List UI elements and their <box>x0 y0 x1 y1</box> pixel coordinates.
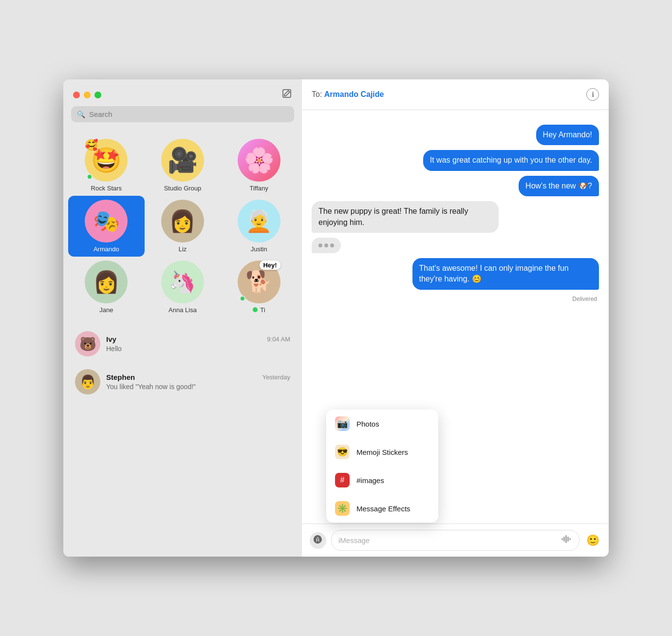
popup-menu: 📷 Photos 😎 Memoji Stickers # #images ✳️ … <box>326 410 438 523</box>
message-row-4: The new puppy is great! The family is re… <box>312 201 599 233</box>
popup-item-photos[interactable]: 📷 Photos <box>326 410 438 438</box>
pinned-item-armando[interactable]: 🎭 Armando <box>68 196 145 257</box>
traffic-lights <box>73 92 101 98</box>
avatar-wrapper-anna-lisa: 🦄 <box>161 261 204 303</box>
pinned-item-liz[interactable]: 👩 Liz <box>145 196 221 257</box>
avatar-justin: 🧑‍🦳 <box>238 200 280 243</box>
compose-icon[interactable] <box>281 88 292 101</box>
audio-input-icon <box>561 534 572 546</box>
info-button[interactable]: ℹ <box>586 88 599 101</box>
avatar-studio-group: 🎥 <box>161 139 204 182</box>
images-icon: # <box>335 473 350 487</box>
pinned-item-anna-lisa[interactable]: 🦄 Anna Lisa <box>145 257 221 318</box>
pinned-item-jane[interactable]: 👩 Jane <box>68 257 145 318</box>
message-bubble-4: The new puppy is great! The family is re… <box>312 201 499 233</box>
avatar-wrapper-armando: 🎭 <box>85 200 128 243</box>
message-row-2: It was great catching up with you the ot… <box>312 150 599 170</box>
pinned-label-studio-group: Studio Group <box>164 185 202 192</box>
conv-content-stephen: Stephen Yesterday You liked "Yeah now is… <box>106 373 290 391</box>
emoji-button[interactable]: 🙂 <box>584 532 601 549</box>
pinned-contacts-grid: 🤩 🥰 Rock Stars 🎥 Studio Group 🌸 Tiffany <box>63 130 302 325</box>
avatar-wrapper-justin: 🧑‍🦳 <box>238 200 280 243</box>
svg-rect-3 <box>565 535 567 543</box>
minimize-button[interactable] <box>84 92 91 98</box>
pinned-label-tiffany: Tiffany <box>250 185 268 192</box>
popup-label-memoji: Memoji Stickers <box>356 448 408 456</box>
pinned-item-ti[interactable]: 🐕 Hey! Ti <box>221 257 297 318</box>
search-icon: 🔍 <box>77 111 85 118</box>
svg-rect-5 <box>569 538 571 540</box>
delivered-label: Delivered <box>312 296 599 302</box>
popup-item-effects[interactable]: ✳️ Message Effects <box>326 494 438 523</box>
online-indicator-ti <box>240 296 245 301</box>
conv-time-ivy: 9:04 AM <box>267 336 290 343</box>
typing-dot-3 <box>330 243 334 247</box>
notification-badge-ti: Hey! <box>260 261 280 270</box>
avatar-stephen: 👨 <box>75 369 100 394</box>
input-placeholder: iMessage <box>338 536 370 544</box>
chat-input-row: 🅐 iMessage 🙂 <box>310 530 601 551</box>
typing-indicator <box>312 238 341 253</box>
popup-item-memoji[interactable]: 😎 Memoji Stickers <box>326 438 438 466</box>
conv-preview-ivy: Hello <box>106 345 290 353</box>
pinned-item-tiffany[interactable]: 🌸 Tiffany <box>221 135 297 196</box>
pinned-item-justin[interactable]: 🧑‍🦳 Justin <box>221 196 297 257</box>
message-bubble-5: That's awesome! I can only imagine the f… <box>412 258 599 290</box>
avatar-jane: 👩 <box>85 261 128 303</box>
close-button[interactable] <box>73 92 80 98</box>
popup-item-images[interactable]: # #images <box>326 466 438 494</box>
message-bubble-1: Hey Armando! <box>536 125 599 145</box>
imessage-input[interactable]: iMessage <box>331 530 579 551</box>
typing-dot-1 <box>318 243 322 247</box>
pinned-label-jane: Jane <box>99 306 113 314</box>
svg-rect-2 <box>563 537 565 542</box>
avatar-armando: 🎭 <box>85 200 128 243</box>
search-input[interactable] <box>89 110 288 118</box>
pinned-label-justin: Justin <box>251 245 267 253</box>
conv-preview-stephen: You liked "Yeah now is good!" <box>106 383 290 391</box>
message-bubble-3: How's the new 🐶? <box>519 176 599 196</box>
sidebar: 🔍 🤩 🥰 Rock Stars 🎥 Studio Group <box>63 79 302 557</box>
sub-emoji-rock-stars: 🥰 <box>85 139 98 151</box>
avatar-wrapper-studio-group: 🎥 <box>161 139 204 182</box>
message-bubble-2: It was great catching up with you the ot… <box>423 150 599 170</box>
popup-label-effects: Message Effects <box>356 505 411 513</box>
to-label: To: <box>312 90 322 98</box>
pinned-label-rock-stars: Rock Stars <box>91 185 122 192</box>
search-bar[interactable]: 🔍 <box>71 106 294 122</box>
chat-header-recipient: To: Armando Cajide <box>312 90 384 99</box>
popup-label-photos: Photos <box>356 420 379 428</box>
avatar-wrapper-liz: 👩 <box>161 200 204 243</box>
popup-label-images: #images <box>356 476 384 485</box>
typing-indicator-row <box>312 238 599 253</box>
conv-time-stephen: Yesterday <box>262 374 290 381</box>
conversation-list: 🐻 Ivy 9:04 AM Hello 👨 Stephen Yesterday <box>63 325 302 557</box>
conv-header-stephen: Stephen Yesterday <box>106 373 290 381</box>
avatar-wrapper-jane: 👩 <box>85 261 128 303</box>
online-dot-ti <box>253 307 258 312</box>
chat-area: To: Armando Cajide ℹ Hey Armando! It was… <box>302 79 609 557</box>
conversation-item-stephen[interactable]: 👨 Stephen Yesterday You liked "Yeah now … <box>67 363 298 400</box>
conversation-item-ivy[interactable]: 🐻 Ivy 9:04 AM Hello <box>67 325 298 362</box>
app-store-button[interactable]: 🅐 <box>310 532 326 549</box>
conv-name-ivy: Ivy <box>106 335 116 343</box>
conv-content-ivy: Ivy 9:04 AM Hello <box>106 335 290 353</box>
pinned-label-liz: Liz <box>179 245 187 253</box>
avatar-tiffany: 🌸 <box>238 139 280 182</box>
chat-header: To: Armando Cajide ℹ <box>302 79 609 110</box>
effects-icon: ✳️ <box>335 501 350 516</box>
online-indicator-rock-stars <box>87 174 93 180</box>
pinned-label-anna-lisa: Anna Lisa <box>168 306 197 314</box>
memoji-icon: 😎 <box>335 445 350 459</box>
pinned-item-studio-group[interactable]: 🎥 Studio Group <box>145 135 221 196</box>
pinned-item-rock-stars[interactable]: 🤩 🥰 Rock Stars <box>68 135 145 196</box>
typing-dot-2 <box>324 243 328 247</box>
avatar-wrapper-rock-stars: 🤩 🥰 <box>85 139 128 182</box>
avatar-wrapper-tiffany: 🌸 <box>238 139 280 182</box>
svg-rect-1 <box>561 538 563 540</box>
fullscreen-button[interactable] <box>94 92 101 98</box>
svg-rect-4 <box>567 537 569 542</box>
message-row-5: That's awesome! I can only imagine the f… <box>312 258 599 290</box>
conv-header-ivy: Ivy 9:04 AM <box>106 335 290 343</box>
avatar-ivy: 🐻 <box>75 331 100 356</box>
